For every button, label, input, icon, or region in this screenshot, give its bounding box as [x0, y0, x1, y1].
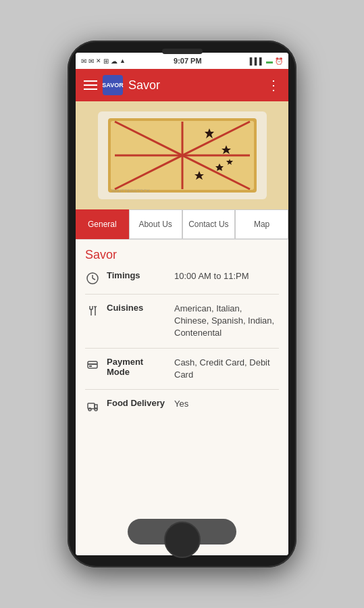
grid-icon: ⊞ — [103, 57, 109, 65]
close-icon: ✕ — [96, 57, 101, 64]
app-logo: SAVOR — [103, 75, 123, 95]
cuisines-value: American, Italian, Chinese, Spanish, Ind… — [174, 303, 279, 340]
divider-2 — [85, 348, 279, 349]
menu-button[interactable]: Menu — [128, 519, 236, 544]
timings-label: Timings — [107, 270, 167, 280]
tab-general[interactable]: General — [76, 209, 129, 239]
delivery-row: Food Delivery Yes — [85, 398, 279, 413]
signal-icon: ▌▌▌ — [250, 57, 264, 65]
payment-label: Payment Mode — [107, 357, 167, 377]
delivery-icon — [85, 399, 100, 413]
payment-row: Payment Mode Cash, Credit Card, Debit Ca… — [85, 357, 279, 381]
timings-row: Timings 10:00 AM to 11:PM — [85, 270, 279, 286]
restaurant-name: Savor — [85, 248, 279, 262]
svg-point-27 — [88, 408, 91, 411]
content-area: Savor Timings 10:00 AM to 11:PM — [76, 240, 288, 512]
hero-image: SHUTTERSTOCK — [76, 101, 288, 209]
fork-icon — [85, 303, 100, 318]
cuisines-row: Cuisines American, Italian, Chinese, Spa… — [85, 303, 279, 340]
card-icon — [85, 357, 100, 372]
app-title: Savor — [128, 78, 261, 93]
tab-contact[interactable]: Contact Us — [182, 209, 236, 239]
hamburger-line — [84, 84, 97, 86]
alarm-icon: ⏰ — [275, 57, 283, 65]
status-icons-left: ✉ ✉ ✕ ⊞ ☁ ▲ — [81, 57, 126, 65]
cloud-icon: ☁ — [111, 57, 118, 65]
divider-3 — [85, 389, 279, 390]
overflow-menu-button[interactable]: ⋮ — [267, 77, 280, 93]
wifi-icon: ▲ — [120, 57, 126, 64]
tab-map[interactable]: Map — [235, 209, 288, 239]
screen: ✉ ✉ ✕ ⊞ ☁ ▲ 9:07 PM ▌▌▌ ▬ ⏰ SAVOR — [76, 53, 288, 555]
menu-button-container: Menu — [76, 512, 288, 555]
delivery-value: Yes — [174, 398, 188, 410]
battery-icon: ▬ — [266, 57, 273, 65]
svg-text:SHUTTERSTOCK: SHUTTERSTOCK — [111, 188, 150, 193]
status-time: 9:07 PM — [174, 57, 202, 65]
food-art-svg: SHUTTERSTOCK — [95, 108, 270, 203]
hamburger-menu-button[interactable] — [84, 80, 97, 90]
cuisines-label: Cuisines — [107, 303, 167, 313]
app-bar: SAVOR Savor ⋮ — [76, 69, 288, 101]
divider-1 — [85, 294, 279, 295]
svg-point-28 — [95, 408, 97, 411]
phone-frame: ✉ ✉ ✕ ⊞ ☁ ▲ 9:07 PM ▌▌▌ ▬ ⏰ SAVOR — [68, 41, 296, 567]
timings-value: 10:00 AM to 11:PM — [174, 270, 249, 282]
hamburger-line — [84, 80, 97, 82]
clock-icon — [85, 271, 100, 286]
svg-rect-25 — [89, 365, 92, 367]
payment-value: Cash, Credit Card, Debit Card — [174, 357, 279, 381]
mail-icon: ✉ — [81, 57, 86, 65]
tab-about[interactable]: About Us — [129, 209, 182, 239]
hamburger-line — [84, 88, 97, 90]
svg-line-15 — [93, 278, 95, 280]
mail2-icon: ✉ — [88, 57, 94, 65]
status-bar: ✉ ✉ ✕ ⊞ ☁ ▲ 9:07 PM ▌▌▌ ▬ ⏰ — [76, 53, 288, 69]
delivery-label: Food Delivery — [107, 398, 167, 408]
status-icons-right: ▌▌▌ ▬ ⏰ — [250, 57, 283, 65]
tabs-bar: General About Us Contact Us Map — [76, 209, 288, 240]
